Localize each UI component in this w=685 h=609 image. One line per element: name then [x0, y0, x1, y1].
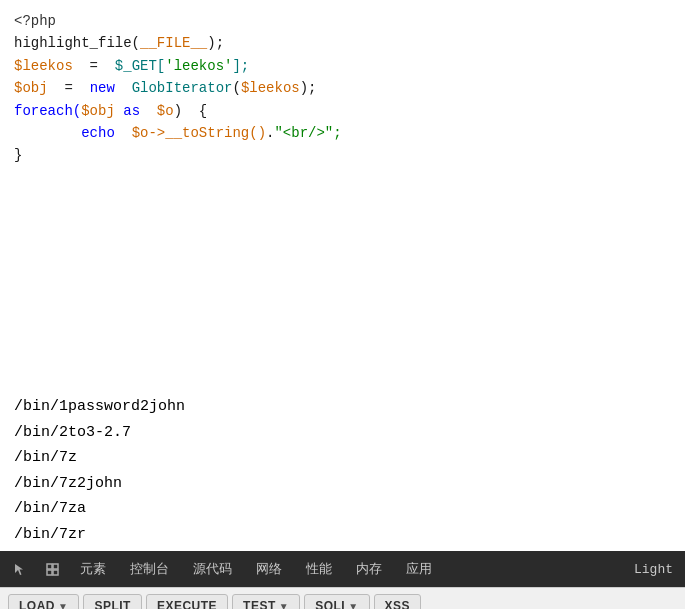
devtools-tab-源代码[interactable]: 源代码 — [181, 551, 244, 587]
devtools-tab-网络[interactable]: 网络 — [244, 551, 294, 587]
code-line: $obj = new GlobIterator($leekos); — [14, 77, 671, 99]
svg-rect-2 — [47, 570, 52, 575]
devtools-light-tab[interactable]: Light — [626, 551, 681, 587]
devtools-tabs: 元素控制台源代码网络性能内存应用 — [68, 551, 444, 587]
code-line: <?php — [14, 10, 671, 32]
hackbar-btn-load[interactable]: LOAD▼ — [8, 594, 79, 609]
code-line: echo $o->__toString()."<br/>"; — [14, 122, 671, 144]
output-line: /bin/7z — [14, 445, 671, 471]
hackbar-btn-test[interactable]: TEST▼ — [232, 594, 300, 609]
chevron-down-icon: ▼ — [279, 601, 289, 610]
box-icon[interactable] — [36, 551, 68, 587]
devtools-tab-应用[interactable]: 应用 — [394, 551, 444, 587]
hackbar-btn-xss[interactable]: XSS — [374, 594, 422, 609]
code-line: highlight_file(__FILE__); — [14, 32, 671, 54]
hackbar-btn-execute[interactable]: EXECUTE — [146, 594, 228, 609]
devtools-tab-控制台[interactable]: 控制台 — [118, 551, 181, 587]
code-line: foreach($obj as $o) { — [14, 100, 671, 122]
devtools-tab-元素[interactable]: 元素 — [68, 551, 118, 587]
hackbar-btn-sqli[interactable]: SQLI▼ — [304, 594, 369, 609]
output-line: /bin/2to3-2.7 — [14, 420, 671, 446]
devtools-tab-性能[interactable]: 性能 — [294, 551, 344, 587]
output-line: /bin/7zr — [14, 522, 671, 548]
cursor-icon[interactable] — [4, 551, 36, 587]
svg-rect-1 — [53, 564, 58, 569]
output-line: /bin/7z2john — [14, 471, 671, 497]
code-display: <?phphighlight_file(__FILE__);$leekos = … — [0, 0, 685, 390]
hackbar: LOAD▼SPLITEXECUTETEST▼SQLI▼XSS — [0, 587, 685, 609]
hackbar-btn-split[interactable]: SPLIT — [83, 594, 142, 609]
output-line: /bin/1password2john — [14, 394, 671, 420]
code-line: } — [14, 144, 671, 166]
devtools-toolbar: 元素控制台源代码网络性能内存应用 Light — [0, 551, 685, 587]
chevron-down-icon: ▼ — [58, 601, 68, 610]
svg-rect-3 — [53, 570, 58, 575]
devtools-tab-内存[interactable]: 内存 — [344, 551, 394, 587]
chevron-down-icon: ▼ — [348, 601, 358, 610]
svg-rect-0 — [47, 564, 52, 569]
code-line: $leekos = $_GET['leekos']; — [14, 55, 671, 77]
output-line: /bin/7za — [14, 496, 671, 522]
output-display: /bin/1password2john/bin/2to3-2.7/bin/7z/… — [0, 390, 685, 551]
